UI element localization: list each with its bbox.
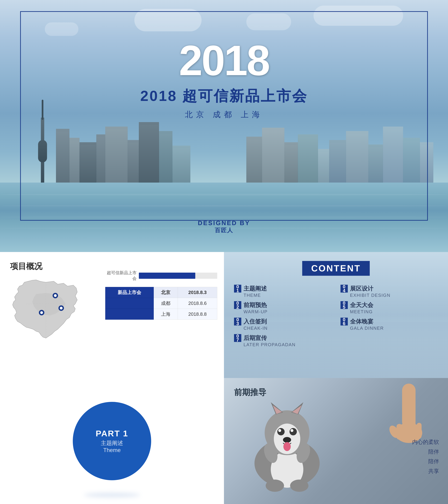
panel-dog: 前期推导 内心的柔软 陪伴 陪伴 共享: [224, 378, 448, 504]
svg-point-3: [54, 294, 57, 297]
content-item-01: 0 1 主题阐述 THEME: [234, 285, 332, 298]
part1-cn-line2: Theme: [103, 447, 121, 453]
content-item-06: 0 6 全体晚宴 GALA DINNER: [340, 318, 438, 331]
dog-svg: [230, 392, 353, 504]
designed-by-section: DESIGNED BY 百匠人: [198, 219, 250, 234]
dog-text-line-2: 陪伴: [412, 447, 439, 457]
svg-rect-29: [403, 421, 409, 438]
part1-circle: PART 1 主题阐述 Theme: [73, 402, 151, 480]
main-title: 2018 超可信新品上市会: [0, 86, 448, 106]
num-06: 0 6: [340, 318, 348, 325]
subtitle: 北京 成都 上海: [0, 109, 448, 120]
city-chengdu: 成都: [154, 298, 178, 309]
svg-point-5: [40, 311, 43, 314]
designed-by-label: DESIGNED BY: [198, 219, 250, 227]
data-table-area: 超可信新品上市会 新品上市会 北京 2018.8.3: [105, 270, 217, 320]
col-date: 2018.8.3: [178, 287, 217, 298]
svg-rect-31: [417, 423, 422, 438]
num-07: 0 7: [234, 334, 241, 342]
col-city: 北京: [154, 287, 178, 298]
num-03: 0 3: [234, 318, 241, 325]
year-display: 2018: [0, 39, 448, 82]
content-item-03: 0 3 入住签到 CHEAK-IN: [234, 318, 332, 331]
content-item-04: 0 4 展区设计 EXHIBIT DESIGN: [340, 285, 438, 298]
title-overlay: 2018 2018 超可信新品上市会 北京 成都 上海: [0, 39, 448, 120]
part1-shadow: [84, 493, 140, 497]
dog-panel-text: 内心的柔软 陪伴 陪伴 共享: [412, 437, 439, 476]
bar-chart: 超可信新品上市会: [105, 270, 217, 281]
slide-cover: 2018 2018 超可信新品上市会 北京 成都 上海 DESIGNED BY …: [0, 0, 448, 252]
dog-text-line-1: 内心的柔软: [412, 437, 439, 447]
svg-rect-30: [410, 421, 415, 438]
content-item-02-text: 前期预热 WARM-UP: [244, 301, 268, 314]
dog-panel-title: 前期推导: [234, 387, 266, 398]
bar-fill: [139, 273, 195, 279]
panel-content: CONTENT 0 1 主题阐述 THEME 0 4: [224, 252, 448, 378]
bar-track: [139, 273, 217, 279]
bar-row: 超可信新品上市会: [105, 270, 217, 281]
china-map-svg: [7, 274, 85, 353]
svg-point-23: [290, 480, 308, 492]
city-shanghai: 上海: [154, 309, 178, 320]
content-item-05-text: 全天大会 MEETING: [350, 301, 373, 314]
bar-label: 超可信新品上市会: [105, 270, 139, 281]
china-map-container: [7, 274, 85, 353]
num-01: 0 1: [234, 285, 241, 292]
content-item-03-text: 入住签到 CHEAK-IN: [244, 318, 268, 331]
svg-point-14: [278, 429, 281, 432]
content-item-07: 0 7 后期宣传 LATER PROPAGADAN: [234, 334, 332, 347]
svg-point-7: [60, 307, 63, 309]
panel-part1: PART 1 主题阐述 Theme: [0, 378, 224, 504]
num-04: 0 4: [340, 285, 348, 292]
schedule-table: 新品上市会 北京 2018.8.3 成都 2018.8.6: [105, 287, 217, 320]
content-item-06-text: 全体晚宴 GALA DINNER: [350, 318, 384, 331]
content-badge: CONTENT: [302, 261, 370, 276]
content-item-07-text: 后期宣传 LATER PROPAGADAN: [244, 334, 295, 347]
num-02: 0 2: [234, 301, 241, 309]
content-item-02: 0 2 前期预热 WARM-UP: [234, 301, 332, 314]
bottom-section: 项目概况: [0, 252, 448, 504]
svg-point-17: [283, 442, 291, 451]
content-items-grid: 0 1 主题阐述 THEME 0 4 展区设计 EXHIBIT DESIGN: [234, 285, 438, 347]
designed-by-name: 百匠人: [198, 227, 250, 234]
dog-text-line-3: 陪伴: [412, 457, 439, 466]
schedule-data-table: 新品上市会 北京 2018.8.3 成都 2018.8.6: [105, 287, 217, 320]
svg-point-16: [283, 437, 291, 443]
content-item-01-text: 主题阐述 THEME: [244, 285, 267, 298]
svg-point-12: [277, 428, 285, 435]
part1-label: PART 1: [96, 429, 128, 438]
content-item-04-text: 展区设计 EXHIBIT DESIGN: [350, 285, 391, 298]
num-05: 0 5: [340, 301, 348, 309]
part1-cn-line1: 主题阐述: [101, 439, 123, 447]
event-cell-3: [105, 309, 154, 320]
event-cell-2: [105, 298, 154, 309]
date-shanghai: 2018.8.8: [178, 309, 217, 320]
dog-text-line-4: 共享: [412, 466, 439, 476]
svg-point-13: [289, 428, 297, 435]
date-chengdu: 2018.8.6: [178, 298, 217, 309]
content-item-05: 0 5 全天大会 MEETING: [340, 301, 438, 314]
svg-point-22: [266, 480, 284, 492]
col-event: 新品上市会: [105, 287, 154, 298]
svg-point-15: [290, 429, 293, 432]
panel-overview: 项目概况: [0, 252, 224, 378]
content-header: CONTENT: [234, 261, 438, 276]
